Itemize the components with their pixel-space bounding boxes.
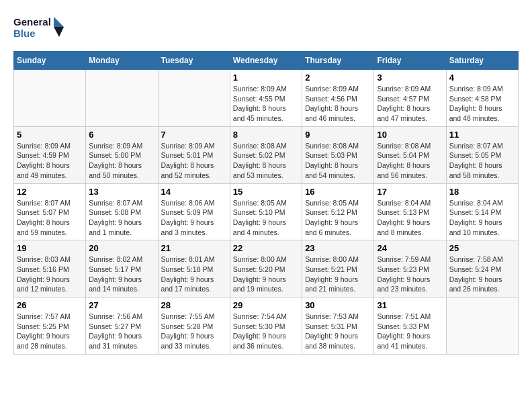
day-number: 6 [89, 130, 154, 140]
calendar-day: 7Sunrise: 8:09 AM Sunset: 5:01 PM Daylig… [158, 126, 230, 183]
calendar-day: 29Sunrise: 7:54 AM Sunset: 5:30 PM Dayli… [230, 298, 302, 355]
calendar-week: 26Sunrise: 7:57 AM Sunset: 5:25 PM Dayli… [14, 298, 519, 355]
day-info: Sunrise: 8:01 AM Sunset: 5:18 PM Dayligh… [161, 255, 227, 294]
day-number: 24 [377, 243, 443, 253]
calendar-day: 18Sunrise: 8:04 AM Sunset: 5:14 PM Dayli… [446, 183, 518, 240]
day-number: 15 [233, 187, 299, 197]
day-number: 13 [89, 187, 154, 197]
day-info: Sunrise: 8:04 AM Sunset: 5:14 PM Dayligh… [449, 198, 515, 238]
day-number: 16 [305, 187, 371, 197]
calendar-week: 5Sunrise: 8:09 AM Sunset: 4:59 PM Daylig… [14, 126, 519, 183]
day-number: 7 [161, 130, 227, 140]
calendar-day: 25Sunrise: 7:58 AM Sunset: 5:24 PM Dayli… [446, 240, 518, 298]
day-number: 25 [449, 243, 515, 253]
logo-svg: GeneralBlue [13, 13, 67, 40]
day-info: Sunrise: 8:08 AM Sunset: 5:03 PM Dayligh… [305, 141, 371, 181]
svg-marker-3 [54, 27, 64, 37]
day-number: 23 [305, 243, 371, 253]
day-info: Sunrise: 7:51 AM Sunset: 5:33 PM Dayligh… [377, 312, 443, 351]
weekday-header: Monday [86, 52, 158, 70]
day-number: 28 [161, 300, 227, 310]
calendar-day: 3Sunrise: 8:09 AM Sunset: 4:57 PM Daylig… [374, 70, 446, 127]
day-info: Sunrise: 7:59 AM Sunset: 5:23 PM Dayligh… [377, 255, 443, 294]
calendar-day: 13Sunrise: 8:07 AM Sunset: 5:08 PM Dayli… [86, 183, 158, 240]
day-info: Sunrise: 8:09 AM Sunset: 5:01 PM Dayligh… [161, 141, 227, 181]
calendar-week: 19Sunrise: 8:03 AM Sunset: 5:16 PM Dayli… [14, 240, 519, 298]
calendar-day: 24Sunrise: 7:59 AM Sunset: 5:23 PM Dayli… [374, 240, 446, 298]
day-info: Sunrise: 8:09 AM Sunset: 4:58 PM Dayligh… [449, 84, 515, 124]
calendar-day: 9Sunrise: 8:08 AM Sunset: 5:03 PM Daylig… [302, 126, 374, 183]
weekday-header: Friday [374, 52, 446, 70]
day-number: 30 [305, 300, 371, 310]
svg-text:General: General [13, 16, 51, 28]
day-info: Sunrise: 8:07 AM Sunset: 5:05 PM Dayligh… [449, 141, 515, 181]
calendar-day: 31Sunrise: 7:51 AM Sunset: 5:33 PM Dayli… [374, 298, 446, 355]
calendar-day [86, 70, 158, 127]
calendar-day: 30Sunrise: 7:53 AM Sunset: 5:31 PM Dayli… [302, 298, 374, 355]
day-number: 18 [449, 187, 515, 197]
day-info: Sunrise: 8:09 AM Sunset: 4:56 PM Dayligh… [305, 84, 371, 124]
day-info: Sunrise: 8:05 AM Sunset: 5:10 PM Dayligh… [233, 198, 299, 238]
calendar-day [158, 70, 230, 127]
logo: GeneralBlue [13, 13, 67, 40]
day-info: Sunrise: 7:57 AM Sunset: 5:25 PM Dayligh… [17, 312, 83, 351]
day-info: Sunrise: 8:07 AM Sunset: 5:07 PM Dayligh… [17, 198, 83, 238]
day-number: 19 [17, 243, 83, 253]
day-info: Sunrise: 8:00 AM Sunset: 5:20 PM Dayligh… [233, 255, 299, 294]
day-number: 10 [377, 130, 443, 140]
calendar-day: 5Sunrise: 8:09 AM Sunset: 4:59 PM Daylig… [14, 126, 86, 183]
day-number: 17 [377, 187, 443, 197]
weekday-header: Thursday [302, 52, 374, 70]
calendar-table: SundayMondayTuesdayWednesdayThursdayFrid… [13, 51, 519, 355]
calendar-day: 15Sunrise: 8:05 AM Sunset: 5:10 PM Dayli… [230, 183, 302, 240]
calendar-day [446, 298, 518, 355]
svg-text:Blue: Blue [13, 28, 36, 39]
day-info: Sunrise: 7:53 AM Sunset: 5:31 PM Dayligh… [305, 312, 371, 351]
day-number: 8 [233, 130, 299, 140]
day-info: Sunrise: 8:09 AM Sunset: 4:55 PM Dayligh… [233, 84, 299, 124]
day-number: 22 [233, 243, 299, 253]
day-info: Sunrise: 8:00 AM Sunset: 5:21 PM Dayligh… [305, 255, 371, 294]
calendar-header: SundayMondayTuesdayWednesdayThursdayFrid… [14, 52, 519, 70]
calendar-week: 12Sunrise: 8:07 AM Sunset: 5:07 PM Dayli… [14, 183, 519, 240]
day-info: Sunrise: 8:07 AM Sunset: 5:08 PM Dayligh… [89, 198, 154, 238]
calendar-day: 23Sunrise: 8:00 AM Sunset: 5:21 PM Dayli… [302, 240, 374, 298]
day-number: 20 [89, 243, 154, 253]
day-number: 9 [305, 130, 371, 140]
day-number: 11 [449, 130, 515, 140]
calendar-day: 6Sunrise: 8:09 AM Sunset: 5:00 PM Daylig… [86, 126, 158, 183]
day-number: 29 [233, 300, 299, 310]
day-info: Sunrise: 7:56 AM Sunset: 5:27 PM Dayligh… [89, 312, 154, 351]
calendar-day: 4Sunrise: 8:09 AM Sunset: 4:58 PM Daylig… [446, 70, 518, 127]
day-info: Sunrise: 8:09 AM Sunset: 4:57 PM Dayligh… [377, 84, 443, 124]
calendar-day: 20Sunrise: 8:02 AM Sunset: 5:17 PM Dayli… [86, 240, 158, 298]
day-number: 12 [17, 187, 83, 197]
day-info: Sunrise: 8:08 AM Sunset: 5:04 PM Dayligh… [377, 141, 443, 181]
day-info: Sunrise: 8:09 AM Sunset: 5:00 PM Dayligh… [89, 141, 154, 181]
calendar-day: 19Sunrise: 8:03 AM Sunset: 5:16 PM Dayli… [14, 240, 86, 298]
day-info: Sunrise: 8:04 AM Sunset: 5:13 PM Dayligh… [377, 198, 443, 238]
day-info: Sunrise: 8:03 AM Sunset: 5:16 PM Dayligh… [17, 255, 83, 294]
page-header: GeneralBlue [13, 13, 519, 40]
calendar-day: 1Sunrise: 8:09 AM Sunset: 4:55 PM Daylig… [230, 70, 302, 127]
day-info: Sunrise: 7:54 AM Sunset: 5:30 PM Dayligh… [233, 312, 299, 351]
day-info: Sunrise: 8:09 AM Sunset: 4:59 PM Dayligh… [17, 141, 83, 181]
calendar-day: 12Sunrise: 8:07 AM Sunset: 5:07 PM Dayli… [14, 183, 86, 240]
day-number: 2 [305, 73, 371, 83]
calendar-day: 16Sunrise: 8:05 AM Sunset: 5:12 PM Dayli… [302, 183, 374, 240]
weekday-header: Tuesday [158, 52, 230, 70]
day-number: 1 [233, 73, 299, 83]
day-number: 21 [161, 243, 227, 253]
day-number: 14 [161, 187, 227, 197]
day-number: 4 [449, 73, 515, 83]
calendar-day: 27Sunrise: 7:56 AM Sunset: 5:27 PM Dayli… [86, 298, 158, 355]
day-info: Sunrise: 7:55 AM Sunset: 5:28 PM Dayligh… [161, 312, 227, 351]
calendar-body: 1Sunrise: 8:09 AM Sunset: 4:55 PM Daylig… [14, 70, 519, 355]
calendar-day: 11Sunrise: 8:07 AM Sunset: 5:05 PM Dayli… [446, 126, 518, 183]
day-number: 3 [377, 73, 443, 83]
weekday-header: Sunday [14, 52, 86, 70]
svg-marker-2 [54, 17, 64, 27]
day-info: Sunrise: 8:05 AM Sunset: 5:12 PM Dayligh… [305, 198, 371, 238]
day-number: 31 [377, 300, 443, 310]
calendar-day: 22Sunrise: 8:00 AM Sunset: 5:20 PM Dayli… [230, 240, 302, 298]
